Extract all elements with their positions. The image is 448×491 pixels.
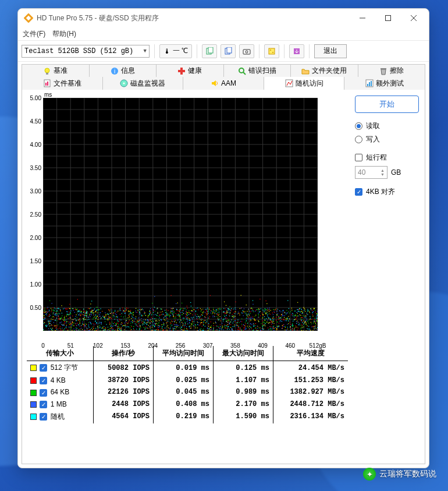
minimize-button[interactable] bbox=[350, 9, 375, 27]
close-button[interactable] bbox=[401, 9, 426, 27]
svg-rect-2024 bbox=[56, 308, 57, 308]
svg-rect-2234 bbox=[56, 310, 57, 311]
svg-rect-1405 bbox=[97, 323, 97, 323]
svg-rect-1742 bbox=[178, 313, 179, 314]
row-checkbox[interactable] bbox=[40, 377, 47, 384]
short-stroke-input[interactable]: 40 ▲▼ bbox=[355, 166, 387, 179]
options-button[interactable] bbox=[264, 44, 279, 58]
svg-rect-2210 bbox=[251, 327, 251, 328]
svg-rect-164 bbox=[85, 323, 86, 324]
maximize-button[interactable] bbox=[375, 9, 401, 27]
svg-rect-1983 bbox=[286, 319, 287, 319]
svg-rect-1721 bbox=[202, 309, 203, 309]
tab-擦除[interactable]: 擦除 bbox=[358, 64, 426, 77]
svg-rect-1259 bbox=[191, 326, 191, 327]
spinner-icon[interactable]: ▲▼ bbox=[381, 168, 385, 176]
svg-rect-514 bbox=[97, 307, 98, 308]
svg-rect-1056 bbox=[219, 309, 220, 309]
row-checkbox[interactable] bbox=[40, 413, 47, 421]
tab-健康[interactable]: 健康 bbox=[156, 64, 224, 77]
svg-rect-1189 bbox=[224, 319, 225, 319]
save-button[interactable] bbox=[289, 44, 304, 58]
svg-rect-87 bbox=[230, 324, 231, 325]
svg-rect-1220 bbox=[51, 320, 52, 321]
svg-rect-1521 bbox=[235, 316, 236, 317]
svg-rect-2009 bbox=[225, 313, 225, 313]
svg-rect-1014 bbox=[209, 328, 209, 329]
svg-rect-1054 bbox=[211, 310, 211, 310]
svg-rect-1936 bbox=[279, 325, 279, 326]
svg-rect-102 bbox=[165, 328, 165, 328]
short-stroke-checkbox[interactable]: 短行程 bbox=[355, 153, 419, 163]
device-select[interactable]: Teclast 512GB SSD (512 gB) ▼ bbox=[22, 45, 150, 58]
svg-rect-1651 bbox=[238, 330, 239, 331]
y-tick: 3.00 bbox=[30, 188, 43, 195]
svg-rect-1132 bbox=[113, 329, 113, 330]
svg-rect-915 bbox=[243, 311, 244, 312]
svg-rect-1598 bbox=[170, 328, 170, 328]
svg-rect-149 bbox=[273, 314, 273, 315]
svg-rect-1045 bbox=[47, 312, 48, 313]
svg-rect-1551 bbox=[272, 319, 273, 320]
tab-错误扫描[interactable]: 错误扫描 bbox=[223, 64, 291, 77]
read-radio[interactable]: 读取 bbox=[355, 121, 419, 131]
tab-基准[interactable]: 基准 bbox=[22, 64, 90, 77]
tab-AAM[interactable]: AAM bbox=[183, 77, 264, 90]
short-stroke-unit: GB bbox=[391, 168, 401, 176]
copy-text-button[interactable] bbox=[202, 44, 217, 58]
svg-rect-1819 bbox=[244, 309, 244, 309]
svg-rect-2016 bbox=[176, 326, 176, 327]
write-radio[interactable]: 写入 bbox=[355, 135, 419, 144]
table-row: 512 字节50082 IOPS0.019 ms0.125 ms24.454 M… bbox=[27, 361, 348, 375]
svg-rect-1778 bbox=[111, 313, 111, 313]
4kb-align-checkbox[interactable]: 4KB 对齐 bbox=[355, 187, 419, 197]
svg-rect-1789 bbox=[267, 308, 268, 309]
temperature-button[interactable]: 🌡 一 ℃ bbox=[159, 44, 192, 58]
svg-rect-653 bbox=[187, 330, 187, 331]
svg-rect-1527 bbox=[198, 316, 199, 317]
row-checkbox[interactable] bbox=[40, 364, 47, 372]
row-checkbox[interactable] bbox=[40, 389, 47, 397]
svg-rect-1414 bbox=[232, 316, 232, 316]
svg-rect-435 bbox=[143, 319, 144, 320]
screenshot-button[interactable] bbox=[239, 44, 254, 58]
tab-磁盘监视器[interactable]: 磁盘监视器 bbox=[102, 77, 184, 90]
tab-文件基准[interactable]: 文件基准 bbox=[22, 77, 103, 90]
row-checkbox[interactable] bbox=[40, 401, 47, 408]
svg-rect-2125 bbox=[248, 314, 248, 315]
svg-rect-1918 bbox=[283, 310, 283, 311]
svg-rect-1828 bbox=[278, 309, 278, 309]
svg-rect-424 bbox=[99, 325, 99, 326]
svg-rect-339 bbox=[137, 326, 137, 327]
svg-rect-1994 bbox=[187, 319, 187, 319]
svg-rect-952 bbox=[99, 314, 99, 315]
tab-额外测试[interactable]: 额外测试 bbox=[344, 77, 425, 90]
svg-rect-1165 bbox=[65, 309, 66, 309]
tab-信息[interactable]: i信息 bbox=[89, 64, 157, 77]
svg-rect-759 bbox=[57, 326, 58, 326]
svg-rect-441 bbox=[273, 326, 274, 326]
exit-button[interactable]: 退出 bbox=[314, 44, 347, 58]
svg-rect-1125 bbox=[239, 313, 240, 313]
svg-rect-1557 bbox=[215, 322, 216, 323]
svg-rect-1745 bbox=[312, 315, 313, 315]
trash-icon bbox=[379, 67, 387, 75]
svg-rect-1219 bbox=[309, 328, 310, 329]
svg-rect-1174 bbox=[55, 320, 55, 320]
tab-随机访问[interactable]: 随机访问 bbox=[264, 77, 345, 90]
menu-file[interactable]: 文件(F) bbox=[23, 29, 45, 39]
start-button[interactable]: 开始 bbox=[355, 96, 419, 113]
menu-help[interactable]: 帮助(H) bbox=[52, 29, 76, 39]
svg-rect-961 bbox=[302, 317, 303, 318]
tab-文件夹使用[interactable]: 文件夹使用 bbox=[290, 64, 358, 77]
svg-rect-1186 bbox=[72, 308, 73, 309]
svg-rect-1285 bbox=[214, 310, 214, 311]
svg-rect-1977 bbox=[93, 312, 93, 313]
copy-info-button[interactable] bbox=[221, 44, 236, 58]
svg-rect-619 bbox=[49, 310, 49, 311]
svg-rect-2000 bbox=[61, 305, 62, 306]
svg-rect-900 bbox=[58, 324, 58, 325]
svg-rect-2227 bbox=[249, 311, 250, 312]
svg-rect-1230 bbox=[189, 312, 190, 313]
svg-rect-351 bbox=[100, 330, 101, 331]
